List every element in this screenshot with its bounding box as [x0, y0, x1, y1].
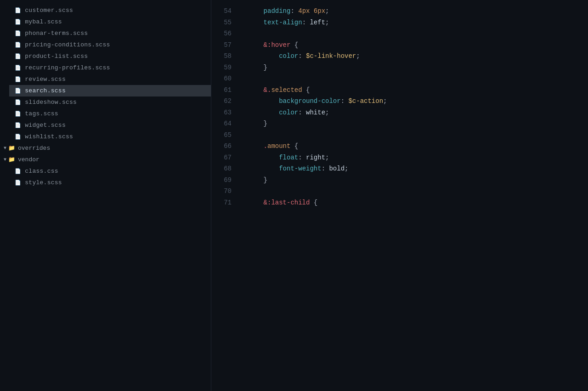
file-icon: 📄: [15, 99, 21, 105]
folder-name: vendor: [18, 156, 40, 163]
sidebar-item-mybal[interactable]: 📄 mybal.scss: [9, 16, 211, 28]
code-line-63: color: white;: [248, 107, 579, 119]
code-line-66: .amount {: [248, 141, 579, 152]
sidebar-item-pricing-conditions[interactable]: 📄 pricing-conditions.scss: [9, 39, 211, 51]
sidebar-item-customer[interactable]: 📄 customer.scss: [9, 5, 211, 16]
folder-icon: 📁: [8, 145, 15, 152]
file-icon: 📄: [15, 134, 21, 140]
file-name: tags.scss: [25, 110, 58, 117]
file-name: widget.scss: [25, 122, 66, 129]
file-name: search.scss: [25, 87, 66, 94]
line-number: 65: [211, 130, 239, 141]
line-number: 70: [211, 186, 239, 197]
file-icon: 📄: [15, 30, 21, 36]
file-name: product-list.scss: [25, 53, 88, 60]
folder-icon: 📁: [8, 156, 15, 163]
file-icon: 📄: [15, 7, 21, 13]
code-line-65: [248, 130, 579, 141]
code-editor: 54 55 56 57 58 59 60 61 62 63 64 65 66 6…: [211, 0, 588, 391]
line-number: 69: [211, 175, 239, 186]
line-number: 61: [211, 85, 239, 96]
line-number: 64: [211, 118, 239, 130]
line-number: 60: [211, 73, 239, 85]
sidebar-item-product-list[interactable]: 📄 product-list.scss: [9, 51, 211, 62]
file-icon: 📄: [15, 122, 21, 128]
line-number: 59: [211, 62, 239, 74]
sidebar-item-recurring-profiles[interactable]: 📄 recurring-profiles.scss: [9, 62, 211, 74]
code-line-71: &:last-child {: [248, 197, 579, 209]
code-line-58: color: $c-link-hover;: [248, 51, 579, 62]
code-line-57: &:hover {: [248, 40, 579, 51]
line-number: 62: [211, 96, 239, 107]
code-content[interactable]: padding: 4px 6px; text-align: left; &:ho…: [239, 0, 588, 391]
file-name: wishlist.scss: [25, 133, 73, 140]
code-line-68: font-weight: bold;: [248, 163, 579, 175]
file-name: recurring-profiles.scss: [25, 64, 110, 71]
line-number: 58: [211, 51, 239, 62]
line-numbers: 54 55 56 57 58 59 60 61 62 63 64 65 66 6…: [211, 0, 239, 391]
sidebar-folder-overrides[interactable]: ▼ 📁 overrides: [0, 142, 211, 154]
sidebar-item-tags[interactable]: 📄 tags.scss: [9, 108, 211, 119]
code-line-54: padding: 4px 6px;: [248, 6, 579, 17]
code-line-60: [248, 73, 579, 85]
folder-name: overrides: [18, 145, 50, 152]
file-icon: 📄: [15, 111, 21, 117]
line-number: 63: [211, 107, 239, 119]
file-name: mybal.scss: [25, 18, 62, 25]
code-line-61: &.selected {: [248, 85, 579, 96]
sidebar-item-wishlist[interactable]: 📄 wishlist.scss: [9, 131, 211, 142]
file-icon: 📄: [15, 180, 21, 186]
file-name: slideshow.scss: [25, 99, 77, 106]
file-name: phonar-terms.scss: [25, 30, 88, 37]
sidebar-item-class[interactable]: 📄 class.css: [9, 165, 211, 177]
file-icon: 📄: [15, 42, 21, 48]
code-line-69: }: [248, 175, 579, 186]
folder-arrow-icon: ▼: [4, 146, 6, 151]
line-number: 57: [211, 40, 239, 51]
line-number: 68: [211, 163, 239, 175]
line-number: 54: [211, 6, 239, 17]
line-number: 67: [211, 152, 239, 164]
file-name: pricing-conditions.scss: [25, 41, 110, 48]
file-icon: 📄: [15, 88, 21, 94]
sidebar-item-style[interactable]: 📄 style.scss: [9, 177, 211, 188]
sidebar-item-search[interactable]: 📄 search.scss: [9, 85, 211, 96]
line-number: 55: [211, 17, 239, 28]
sidebar-folder-vendor[interactable]: ▼ 📁 vendor: [0, 154, 211, 165]
file-name: customer.scss: [25, 7, 73, 14]
folder-arrow-icon: ▼: [4, 157, 6, 162]
file-icon: 📄: [15, 65, 21, 71]
file-name: style.scss: [25, 179, 62, 186]
file-sidebar: 📄 customer.scss 📄 mybal.scss 📄 phonar-te…: [0, 0, 211, 391]
file-icon: 📄: [15, 76, 21, 82]
file-icon: 📄: [15, 19, 21, 25]
code-line-62: background-color: $c-action;: [248, 96, 579, 107]
sidebar-item-widget[interactable]: 📄 widget.scss: [9, 119, 211, 131]
file-name: class.css: [25, 168, 58, 175]
sidebar-item-review[interactable]: 📄 review.scss: [9, 74, 211, 85]
code-line-70: [248, 186, 579, 197]
code-line-56: [248, 28, 579, 40]
line-number: 66: [211, 141, 239, 152]
sidebar-item-slideshow[interactable]: 📄 slideshow.scss: [9, 96, 211, 108]
file-name: review.scss: [25, 76, 66, 83]
code-line-67: float: right;: [248, 152, 579, 164]
sidebar-item-phonar-terms[interactable]: 📄 phonar-terms.scss: [9, 28, 211, 39]
code-line-55: text-align: left;: [248, 17, 579, 28]
line-number: 56: [211, 28, 239, 40]
file-icon: 📄: [15, 168, 21, 174]
file-icon: 📄: [15, 53, 21, 59]
code-line-59: }: [248, 62, 579, 74]
code-line-64: }: [248, 118, 579, 130]
line-number: 71: [211, 197, 239, 209]
